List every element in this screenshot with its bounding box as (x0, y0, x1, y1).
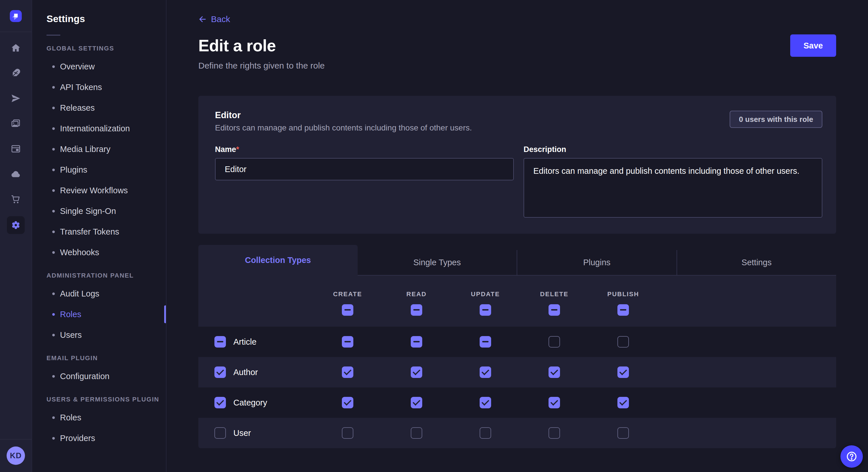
category-delete-checkbox[interactable] (549, 397, 560, 408)
sidebar-item-transfer-tokens[interactable]: Transfer Tokens (32, 222, 166, 242)
article-create-checkbox[interactable] (342, 336, 353, 347)
sidebar-item-releases[interactable]: Releases (32, 98, 166, 118)
row-label-cell: Author (198, 367, 313, 378)
nav-media-library-button[interactable] (7, 115, 24, 132)
bullet-icon (52, 437, 55, 440)
perm-header-col-read: READ (382, 276, 451, 327)
save-button[interactable]: Save (790, 34, 836, 57)
nav-settings-gear-button[interactable] (7, 216, 25, 234)
sidebar-item-audit-logs[interactable]: Audit Logs (32, 283, 166, 304)
perm-cell-category-publish (589, 397, 658, 408)
sidebar-item-webhooks[interactable]: Webhooks (32, 242, 166, 263)
sidebar-section-title: USERS & PERMISSIONS PLUGIN (32, 395, 166, 404)
back-link[interactable]: Back (198, 14, 230, 24)
user-update-checkbox[interactable] (479, 427, 491, 439)
tab-plugins[interactable]: Plugins (517, 250, 677, 276)
author-update-checkbox[interactable] (479, 367, 491, 378)
select-all-delete-checkbox[interactable] (549, 304, 560, 316)
bullet-icon (52, 293, 55, 295)
table-row-author: Author (198, 357, 836, 387)
sidebar-item-single-sign-on[interactable]: Single Sign-On (32, 201, 166, 222)
permissions-table-header: CREATEREADUPDATEDELETEPUBLISH (198, 276, 836, 327)
user-publish-checkbox[interactable] (617, 427, 629, 439)
user-create-checkbox[interactable] (342, 427, 353, 439)
article-update-checkbox[interactable] (479, 336, 491, 347)
row-label-cell: User (198, 427, 313, 439)
sidebar-item-roles[interactable]: Roles (32, 304, 166, 325)
sidebar-item-users[interactable]: Users (32, 325, 166, 345)
category-publish-checkbox[interactable] (617, 397, 629, 408)
sidebar-item-review-workflows[interactable]: Review Workflows (32, 180, 166, 201)
nav-paper-plane-button[interactable] (7, 90, 24, 107)
app-window: KD Settings GLOBAL SETTINGSOverviewAPI T… (0, 0, 868, 472)
role-card-header: Editor Editors can manage and publish co… (215, 110, 823, 133)
users-with-role-badge[interactable]: 0 users with this role (730, 111, 823, 128)
tab-settings[interactable]: Settings (677, 250, 836, 276)
nav-feather-button[interactable] (7, 65, 24, 81)
sidebar-item-overview[interactable]: Overview (32, 56, 166, 77)
category-read-checkbox[interactable] (411, 397, 422, 408)
home-icon (11, 43, 21, 53)
sidebar-section-title: EMAIL PLUGIN (32, 354, 166, 363)
sidebar-section-title: GLOBAL SETTINGS (32, 44, 166, 53)
perm-cell-user-create (313, 427, 382, 439)
help-button[interactable] (840, 445, 863, 468)
nav-marketplace-button[interactable] (7, 191, 24, 208)
row-label-cell: Article (198, 336, 313, 347)
avatar[interactable]: KD (7, 446, 25, 465)
author-delete-checkbox[interactable] (549, 367, 560, 378)
select-all-create-checkbox[interactable] (342, 304, 353, 316)
sidebar-item-label: Plugins (60, 165, 87, 175)
permissions-tabs: Collection TypesSingle TypesPluginsSetti… (198, 245, 836, 276)
sidebar-section-title: ADMINISTRATION PANEL (32, 271, 166, 280)
rail-divider (0, 439, 32, 440)
cloud-icon (11, 169, 21, 179)
perm-cell-user-publish (589, 427, 658, 439)
perm-cell-user-update (451, 427, 520, 439)
bullet-icon (52, 86, 55, 89)
main-content: Back Edit a role Save Define the rights … (166, 0, 868, 472)
select-all-read-checkbox[interactable] (411, 304, 422, 316)
author-publish-checkbox[interactable] (617, 367, 629, 378)
author-create-checkbox[interactable] (342, 367, 353, 378)
sidebar-item-roles[interactable]: Roles (32, 407, 166, 428)
question-circle-icon (845, 450, 858, 463)
sidebar-item-providers[interactable]: Providers (32, 428, 166, 448)
name-field[interactable] (215, 158, 514, 180)
nav-cloud-button[interactable] (7, 166, 24, 182)
article-delete-checkbox[interactable] (549, 336, 560, 347)
select-all-update-checkbox[interactable] (479, 304, 491, 316)
sidebar-item-internationalization[interactable]: Internationalization (32, 118, 166, 139)
tab-single-types[interactable]: Single Types (358, 250, 517, 276)
article-row-checkbox[interactable] (214, 336, 226, 347)
category-row-checkbox[interactable] (214, 397, 226, 408)
sidebar-section-administration-panel: ADMINISTRATION PANELAudit LogsRolesUsers (32, 271, 166, 345)
sidebar-item-plugins[interactable]: Plugins (32, 160, 166, 180)
category-create-checkbox[interactable] (342, 397, 353, 408)
table-row-category: Category (198, 387, 836, 418)
sidebar-item-media-library[interactable]: Media Library (32, 139, 166, 160)
sidebar-item-label: Roles (60, 310, 81, 319)
sidebar-item-api-tokens[interactable]: API Tokens (32, 77, 166, 98)
article-read-checkbox[interactable] (411, 336, 422, 347)
perm-cell-category-delete (520, 397, 589, 408)
user-read-checkbox[interactable] (411, 427, 422, 439)
article-publish-checkbox[interactable] (617, 336, 629, 347)
user-row-checkbox[interactable] (214, 427, 226, 439)
perm-header-filler (658, 276, 836, 327)
strapi-logo-icon[interactable] (9, 9, 23, 23)
perm-cell-category-create (313, 397, 382, 408)
bullet-icon (52, 375, 55, 378)
tab-collection-types[interactable]: Collection Types (198, 245, 358, 276)
user-delete-checkbox[interactable] (549, 427, 560, 439)
author-row-checkbox[interactable] (214, 367, 226, 378)
nav-home-button[interactable] (7, 40, 24, 56)
nav-content-manager-button[interactable] (7, 140, 24, 157)
author-read-checkbox[interactable] (411, 367, 422, 378)
select-all-publish-checkbox[interactable] (617, 304, 629, 316)
description-field[interactable]: Editors can manage and publish contents … (524, 158, 823, 217)
sidebar-item-label: Review Workflows (60, 186, 128, 195)
category-update-checkbox[interactable] (479, 397, 491, 408)
sidebar-item-configuration[interactable]: Configuration (32, 366, 166, 386)
sidebar-item-label: Media Library (60, 144, 111, 154)
